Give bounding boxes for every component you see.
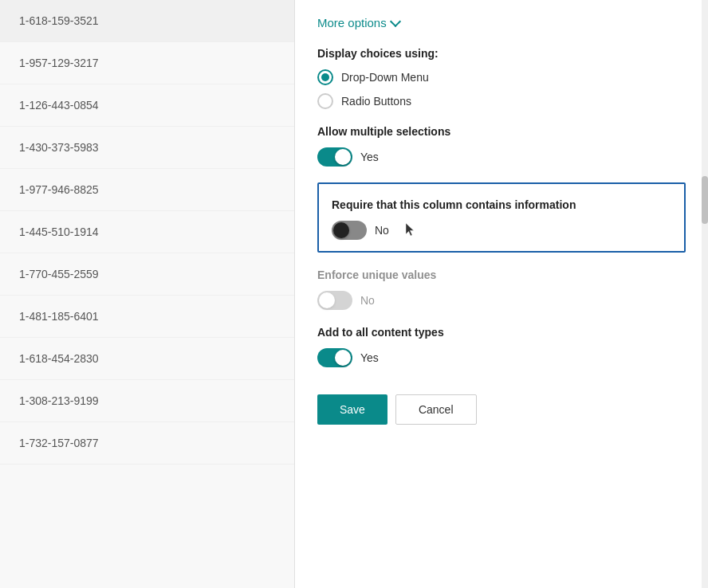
list-item[interactable]: 1-732-157-0877	[0, 422, 294, 465]
require-column-section: Require that this column contains inform…	[317, 182, 686, 253]
add-content-types-toggle-row: Yes	[317, 348, 686, 367]
save-button[interactable]: Save	[317, 394, 387, 425]
list-item[interactable]: 1-430-373-5983	[0, 127, 294, 169]
scroll-indicator[interactable]	[702, 0, 708, 588]
require-column-value: No	[375, 224, 389, 237]
list-item[interactable]: 1-308-213-9199	[0, 380, 294, 422]
options-panel: More options Display choices using: Drop…	[295, 0, 708, 588]
radio-circle-dropdown[interactable]	[317, 69, 333, 85]
allow-multiple-toggle-row: Yes	[317, 147, 686, 167]
allow-multiple-toggle[interactable]	[317, 147, 352, 167]
list-item[interactable]: 1-770-455-2559	[0, 253, 294, 296]
allow-multiple-value: Yes	[360, 151, 379, 163]
add-content-types-label: Add to all content types	[317, 326, 686, 339]
add-content-types-value: Yes	[360, 351, 379, 364]
require-column-toggle[interactable]	[332, 221, 367, 240]
radio-label-dropdown: Drop-Down Menu	[341, 71, 429, 84]
cancel-button[interactable]: Cancel	[395, 394, 477, 425]
cursor-icon	[403, 222, 416, 238]
display-choices-section: Display choices using: Drop-Down Menu Ra…	[317, 47, 686, 109]
enforce-unique-value: No	[360, 294, 375, 307]
list-item[interactable]: 1-126-443-0854	[0, 84, 294, 127]
list-item[interactable]: 1-445-510-1914	[0, 211, 294, 253]
require-column-toggle-thumb	[333, 222, 349, 238]
radio-option-radio-buttons[interactable]: Radio Buttons	[317, 93, 686, 109]
radio-circle-radio-buttons[interactable]	[317, 93, 333, 109]
list-item[interactable]: 1-977-946-8825	[0, 169, 294, 211]
enforce-unique-toggle-thumb	[319, 292, 335, 308]
add-content-types-toggle-thumb	[335, 350, 351, 366]
list-item[interactable]: 1-957-129-3217	[0, 42, 294, 84]
enforce-unique-toggle-row: No	[317, 291, 686, 310]
more-options-label: More options	[317, 16, 387, 29]
list-item[interactable]: 1-481-185-6401	[0, 296, 294, 338]
display-choices-label: Display choices using:	[317, 47, 686, 60]
list-item[interactable]: 1-618-159-3521	[0, 0, 294, 42]
allow-multiple-section: Allow multiple selections Yes	[317, 125, 686, 167]
add-content-types-section: Add to all content types Yes	[317, 326, 686, 367]
allow-multiple-label: Allow multiple selections	[317, 125, 686, 138]
phone-number-list: 1-618-159-35211-957-129-32171-126-443-08…	[0, 0, 295, 588]
scroll-thumb	[702, 176, 708, 224]
enforce-unique-label: Enforce unique values	[317, 269, 686, 281]
enforce-unique-toggle[interactable]	[317, 291, 352, 310]
require-column-toggle-row: No	[332, 221, 671, 240]
chevron-down-icon	[390, 16, 401, 27]
allow-multiple-toggle-thumb	[335, 149, 351, 165]
require-column-label: Require that this column contains inform…	[332, 198, 671, 211]
enforce-unique-section: Enforce unique values No	[317, 269, 686, 310]
action-buttons: Save Cancel	[317, 386, 686, 425]
radio-label-radio-buttons: Radio Buttons	[341, 95, 411, 108]
radio-group: Drop-Down Menu Radio Buttons	[317, 69, 686, 109]
more-options-toggle[interactable]: More options	[317, 16, 686, 29]
radio-option-dropdown[interactable]: Drop-Down Menu	[317, 69, 686, 85]
add-content-types-toggle[interactable]	[317, 348, 352, 367]
list-item[interactable]: 1-618-454-2830	[0, 338, 294, 380]
